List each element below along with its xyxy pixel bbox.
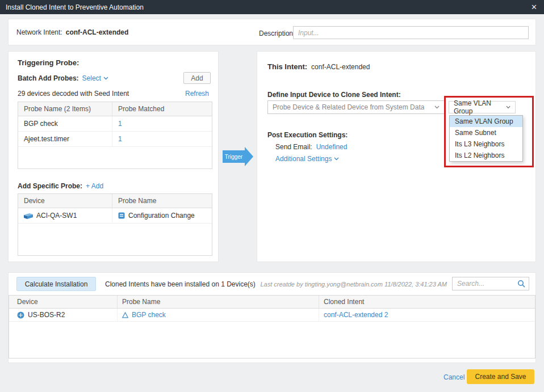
seed-source-select[interactable]: Probe Device & Related Device from Syste… — [267, 100, 445, 114]
clone-scope-dropdown-list: Same VLAN Group Same Subnet Its L3 Neigh… — [449, 115, 523, 162]
table-row[interactable]: US-BOS-R2 BGP check conf-ACL-extended 2 — [9, 309, 535, 322]
network-intent-group: Network Intent: conf-ACL-extended — [16, 28, 128, 36]
probe-name: Configuration Change — [128, 212, 195, 220]
scope-option-its-l2-neighbors[interactable]: Its L2 Neighbors — [450, 150, 522, 161]
device-name: ACI-QA-SW1 — [36, 212, 77, 220]
probe-matched-cell: 1 — [112, 132, 212, 146]
triggering-probe-title: Triggering Probe: — [18, 58, 79, 67]
create-and-save-button[interactable]: Create and Save — [467, 369, 534, 384]
device-name: US-BOS-R2 — [28, 311, 65, 319]
probe-matched-count-link[interactable]: 1 — [118, 120, 122, 128]
additional-settings-label: Additional Settings — [275, 155, 332, 163]
chevron-down-icon — [334, 157, 339, 161]
seed-source-select-value: Probe Device & Related Device from Syste… — [273, 103, 424, 111]
probe-table-header: Probe Name (2 Items) Probe Matched — [18, 102, 212, 116]
network-intent-label: Network Intent: — [16, 28, 62, 36]
description-input[interactable] — [293, 26, 529, 39]
trigger-arrow-label: Trigger — [225, 154, 242, 160]
router-device-icon — [17, 311, 24, 319]
probe-name-link[interactable]: BGP check — [132, 311, 166, 319]
scope-option-same-vlan-group[interactable]: Same VLAN Group — [450, 116, 522, 127]
batch-add-probes-row: Batch Add Probes: Select — [18, 74, 108, 82]
search-box — [452, 277, 529, 290]
installed-intents-table: Device Probe Name Cloned Intent US-BOS-R… — [9, 295, 535, 359]
switch-device-icon — [24, 213, 33, 219]
scope-option-same-subnet[interactable]: Same Subnet — [450, 127, 522, 138]
probe-name-cell: Ajeet.test.timer — [18, 132, 112, 146]
decoded-devices-text: 29 devices decoded with Seed Intent — [18, 90, 129, 98]
device-column-header: Device — [18, 194, 112, 208]
probe-name-column-header: Probe Name (2 Items) — [18, 102, 112, 116]
specific-probe-table-header: Device Probe Name — [18, 194, 212, 208]
device-cell: ACI-QA-SW1 — [18, 208, 112, 223]
close-icon[interactable]: ✕ — [531, 3, 537, 11]
probe-name-cell: BGP check — [18, 116, 112, 131]
search-input[interactable] — [453, 280, 517, 288]
cancel-button[interactable]: Cancel — [443, 373, 465, 381]
scope-option-its-l3-neighbors[interactable]: Its L3 Neighbors — [450, 138, 522, 150]
probe-name-column-header: Probe Name — [112, 194, 212, 208]
triggering-probe-panel: Triggering Probe: Batch Add Probes: Sele… — [8, 51, 219, 262]
this-intent-row: This Intent: conf-ACL-extended — [267, 62, 370, 71]
specific-probe-table: Device Probe Name ACI-QA-SW1 Configurati… — [18, 193, 212, 256]
table-row[interactable]: BGP check 1 — [18, 116, 212, 132]
post-execution-settings-label: Post Execution Settings: — [267, 131, 348, 139]
chevron-down-icon — [103, 77, 108, 80]
network-intent-value: conf-ACL-extended — [66, 28, 129, 36]
probe-icon — [122, 312, 128, 318]
send-email-value-link[interactable]: Undefined — [316, 143, 348, 151]
add-button[interactable]: Add — [183, 72, 211, 84]
configuration-change-icon — [118, 212, 125, 219]
chevron-down-icon — [506, 106, 510, 109]
cloned-intent-column-header: Cloned Intent — [319, 296, 535, 308]
probe-matched-column-header: Probe Matched — [112, 102, 212, 116]
intent-header-card: Network Intent: conf-ACL-extended Descri… — [8, 19, 536, 45]
probe-matched-count-link[interactable]: 1 — [118, 135, 122, 143]
probe-name-column-header: Probe Name — [118, 296, 319, 308]
description-label: Description: — [259, 29, 295, 37]
add-specific-probe-row: Add Specific Probe: + Add — [18, 182, 103, 190]
probe-name-cell: BGP check — [118, 309, 319, 321]
this-intent-label: This Intent: — [267, 62, 307, 71]
define-input-device-label: Define Input Device to Clone Seed Intent… — [267, 91, 401, 99]
search-icon[interactable] — [517, 280, 525, 288]
last-created-text: Last creatde by tingting.yong@netbrain.c… — [260, 281, 447, 288]
clone-scope-select[interactable]: Same VLAN Group — [449, 101, 516, 113]
installed-intents-table-header: Device Probe Name Cloned Intent — [9, 296, 535, 309]
probe-table: Probe Name (2 Items) Probe Matched BGP c… — [18, 102, 212, 169]
probe-matched-cell: 1 — [112, 116, 212, 131]
batch-select-label: Select — [82, 74, 101, 82]
send-email-row: Send Email: Undefined — [275, 143, 347, 151]
send-email-label: Send Email: — [275, 143, 312, 151]
refresh-link[interactable]: Refresh — [185, 90, 209, 98]
add-specific-probe-link[interactable]: + Add — [86, 182, 103, 190]
batch-probes-select-dropdown[interactable]: Select — [82, 74, 108, 82]
batch-add-probes-label: Batch Add Probes: — [18, 74, 79, 82]
dialog-titlebar: Install Cloned Intent to Preventive Auto… — [0, 0, 544, 14]
table-row[interactable]: ACI-QA-SW1 Configuration Change — [18, 208, 212, 224]
dialog-title: Install Cloned Intent to Preventive Auto… — [6, 3, 144, 11]
trigger-arrow: Trigger — [223, 150, 245, 163]
install-cloned-intent-dialog: Install Cloned Intent to Preventive Auto… — [0, 0, 544, 392]
this-intent-panel: This Intent: conf-ACL-extended Define In… — [257, 51, 536, 262]
add-specific-probe-label: Add Specific Probe: — [18, 182, 82, 190]
calculate-installation-button[interactable]: Calculate Installation — [16, 277, 96, 291]
this-intent-value: conf-ACL-extended — [311, 63, 370, 71]
device-column-header: Device — [9, 296, 118, 308]
probe-name-cell: Configuration Change — [112, 208, 212, 223]
installation-status-text: Cloned Intents have been installed on 1 … — [105, 280, 256, 288]
additional-settings-link[interactable]: Additional Settings — [275, 155, 339, 163]
cloned-intent-link[interactable]: conf-ACL-extended 2 — [324, 311, 388, 319]
device-cell: US-BOS-R2 — [9, 309, 118, 321]
table-row[interactable]: Ajeet.test.timer 1 — [18, 132, 212, 147]
clone-scope-select-value: Same VLAN Group — [454, 99, 506, 115]
installation-panel: Calculate Installation Cloned Intents ha… — [8, 272, 536, 363]
cloned-intent-cell: conf-ACL-extended 2 — [319, 309, 535, 321]
chevron-down-icon — [434, 106, 440, 109]
